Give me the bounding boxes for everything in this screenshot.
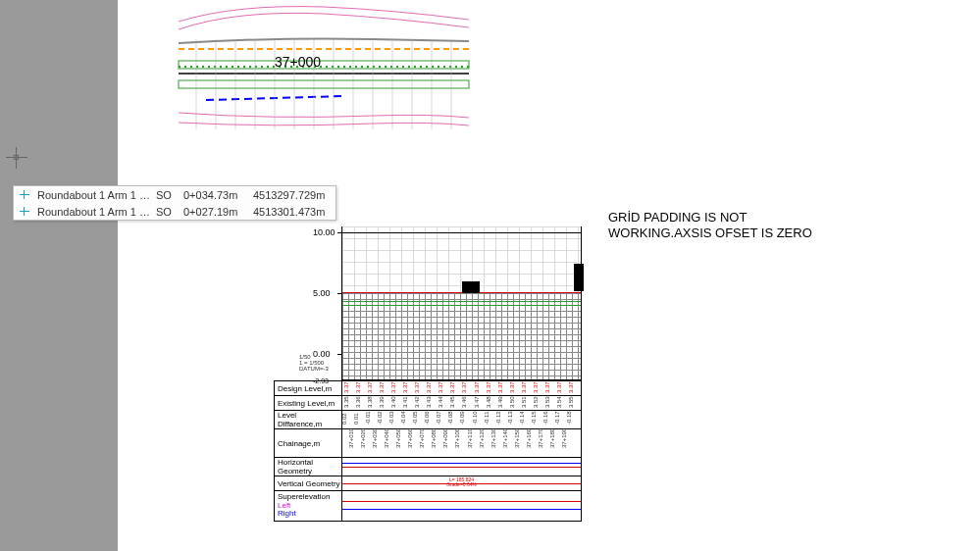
profile-structure [462,281,480,293]
y-tick-label: 0.00 [313,349,331,359]
alignment-icon [18,190,31,200]
selection-tooltip[interactable]: Roundabout 1 Arm 1 -... SO 0+034.73m 451… [13,185,336,221]
band-value: 3.39 [379,398,390,408]
band-value: 3.37 [438,383,449,393]
app-left-gutter [0,0,118,551]
profile-grid [341,226,582,380]
band-value: 3.37 [343,383,355,393]
tooltip-row[interactable]: Roundabout 1 Arm 1 -... SO 0+027.19m 451… [14,203,335,220]
band-value: 3.46 [461,398,473,408]
ucs-crosshair-icon [6,147,27,169]
band-value: 3.53 [544,398,556,408]
band-value: 3.48 [486,398,497,408]
band-value: 3.37 [556,383,568,393]
band-value: 3.37 [426,383,438,393]
band-superelevation: Superelevation Left Right [275,491,581,521]
band-chainage: Chainage,m 37+000.00037+010.00037+020.00… [275,429,581,458]
band-value: 3.37 [544,383,556,393]
band-value: 3.37 [486,383,497,393]
super-right-label: Right [278,510,296,519]
band-horizontal-geometry: Horizontal Geometry [275,458,581,476]
band-value: 3.47 [474,398,486,408]
plan-svg [177,0,471,137]
band-value: 3.37 [449,383,461,393]
band-value: 3.50 [509,398,521,408]
band-design-level: Design Level,m 3.373.373.373.373.373.373… [275,381,581,396]
station-marker-label: 37+000 [275,54,321,70]
profile-structure [574,264,584,291]
band-value: 3.35 [343,398,355,408]
band-value: 3.37 [379,383,390,393]
band-value: 3.36 [355,398,367,408]
band-value: 3.37 [509,383,521,393]
band-value: 3.44 [438,398,449,408]
band-value: 3.45 [449,398,461,408]
band-value: 3.42 [414,398,426,408]
band-value: 3.37 [367,383,379,393]
band-value: 3.55 [568,398,580,408]
user-annotation-text: GRİD PADDING IS NOT WORKING.AXSIS OFSET … [608,210,812,242]
band-value: -0.18 [566,415,581,425]
band-value: 3.38 [367,398,379,408]
svg-rect-3 [179,80,469,88]
band-value: 3.37 [497,383,509,393]
band-vertical-geometry: Vertical Geometry L= 185.824Grade=0.04% [275,476,581,491]
drawing-canvas[interactable]: 37+000 1/50 1 = 1/500 DATUM=-3 10.00 5.0… [118,0,980,551]
y-tick-label: 5.00 [313,288,331,298]
band-value: 37+190.000 [561,438,581,448]
band-value: 3.37 [461,383,473,393]
band-existing-level: Existing Level,m 3.353.363.383.393.403.4… [275,396,581,411]
band-value: 3.54 [556,398,568,408]
profile-green-line [342,301,581,302]
band-value: 3.37 [414,383,426,393]
band-level-diff: Level Diffarence,m 0.020.01-0.01-0.02-0.… [275,411,581,429]
band-value: 3.40 [390,398,402,408]
band-value: 3.52 [533,398,544,408]
alignment-icon [18,207,31,217]
band-value: 3.41 [402,398,414,408]
band-value: 3.43 [426,398,438,408]
band-value: 3.37 [568,383,580,393]
band-value: 3.37 [533,383,544,393]
band-value: 3.51 [521,398,533,408]
plan-view-drawing: 37+000 [177,0,471,137]
band-value: 3.49 [497,398,509,408]
band-value: 3.37 [402,383,414,393]
band-value: 3.37 [355,383,367,393]
band-value: 3.37 [390,383,402,393]
svg-rect-2 [179,61,469,69]
band-value: 3.37 [521,383,533,393]
tooltip-row[interactable]: Roundabout 1 Arm 1 -... SO 0+034.73m 451… [14,186,335,203]
profile-view: 1/50 1 = 1/500 DATUM=-3 10.00 5.00 0.00 … [274,221,582,544]
profile-band-table: Design Level,m 3.373.373.373.373.373.373… [274,380,582,522]
y-tick-label: 10.00 [313,227,335,237]
band-value: 3.37 [474,383,486,393]
